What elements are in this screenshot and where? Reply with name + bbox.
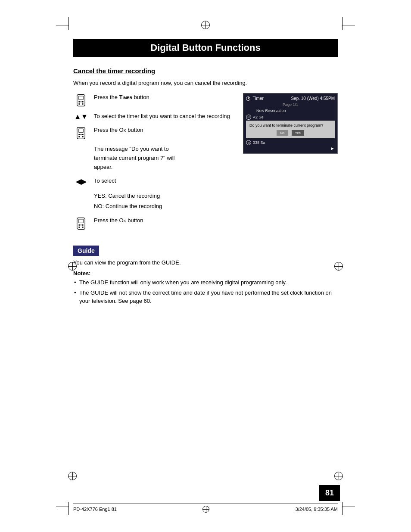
cancel-timer-heading: Cancel the timer recording — [73, 67, 338, 75]
svg-point-10 — [82, 134, 84, 135]
screen-mockup-container: Timer Sep. 10 (Wed) 4:55PM Page 1/1 New … — [243, 93, 338, 235]
guide-text: You can view the program from the GUIDE. — [73, 259, 338, 266]
screen-row-2-icon: ② — [246, 140, 251, 145]
svg-rect-8 — [78, 129, 84, 132]
svg-point-13 — [81, 134, 82, 135]
reg-mark-top — [201, 21, 210, 29]
svg-point-9 — [78, 134, 80, 135]
crop-mark-br-h — [342, 507, 355, 507]
svg-rect-15 — [78, 219, 84, 223]
screen-new-reservation: New Reservation — [246, 109, 335, 113]
svg-rect-7 — [77, 128, 85, 139]
screen-arrow: ► — [246, 146, 335, 151]
svg-point-3 — [82, 101, 84, 103]
yes-no-options: YES: Cancel the recording NO: Continue t… — [73, 191, 233, 211]
step-1-text: Press the Timer button — [94, 93, 233, 102]
svg-rect-14 — [77, 218, 85, 230]
screen-yes-button[interactable]: Yes — [292, 130, 304, 136]
note-1: The GUIDE function will only work when y… — [73, 278, 338, 287]
remote-icon-1 — [73, 93, 89, 107]
steps-list: Press the Timer button ▲▼ To select the … — [73, 93, 233, 235]
footer: PD-42X776 Eng1 81 3/24/05, 9:35:35 AM — [73, 504, 338, 513]
updown-arrow-icon: ▲▼ — [73, 112, 89, 121]
step-3: Press the Ok button — [73, 126, 233, 140]
footer-left: PD-42X776 Eng1 81 — [73, 507, 117, 512]
svg-point-20 — [81, 224, 82, 226]
crop-mark-tl-h — [56, 25, 69, 25]
yes-option: YES: Cancel the recording — [94, 191, 233, 201]
screen-row-1-icon: ⊙ — [246, 115, 251, 120]
screen-dialog: Do you want to terminate current program… — [246, 121, 335, 138]
no-label: NO: — [94, 203, 104, 209]
svg-point-4 — [78, 103, 80, 105]
step-indent-message: The message "Do you want toterminate cur… — [73, 145, 233, 171]
svg-point-11 — [78, 136, 80, 137]
yes-label: YES: — [94, 193, 107, 199]
step-4: ◀▶ To select — [73, 177, 233, 186]
remote-icon-2 — [73, 126, 89, 140]
screen-row-1-data: A2 Se — [253, 115, 264, 119]
crop-mark-tr-v — [342, 17, 343, 30]
guide-section: Guide You can view the program from the … — [73, 246, 338, 305]
screen-timer-label: Timer — [246, 96, 264, 101]
step-5: Press the Ok button — [73, 216, 233, 230]
yes-text: Cancel the recording — [108, 193, 160, 199]
svg-rect-0 — [77, 95, 85, 106]
screen-dialog-buttons: No Yes — [249, 130, 331, 136]
crop-mark-br-v — [342, 502, 343, 515]
svg-point-12 — [82, 136, 84, 137]
page-title: Digital Button Functions — [73, 39, 338, 57]
screen-row-2-data: 338 Sa — [253, 140, 265, 145]
screen-page: Page 1/1 — [246, 103, 335, 107]
guide-heading: Guide — [73, 246, 99, 256]
screen-timer-icon — [246, 96, 250, 101]
footer-crosshair — [202, 506, 209, 513]
crop-mark-bl-h — [56, 507, 69, 507]
page-number: 81 — [319, 485, 340, 501]
no-option: NO: Continue the recording — [94, 201, 233, 211]
screen-date: Sep. 10 (Wed) 4:55PM — [291, 96, 335, 101]
notes-heading: Notes: — [73, 270, 338, 277]
step-2: ▲▼ To select the timer list you want to … — [73, 112, 233, 121]
step-1: Press the Timer button — [73, 93, 233, 107]
step-4-text: To select — [94, 177, 233, 185]
steps-layout: Press the Timer button ▲▼ To select the … — [73, 93, 338, 235]
notes-list: The GUIDE function will only work when y… — [73, 278, 338, 305]
screen-no-button[interactable]: No — [277, 130, 288, 136]
svg-point-5 — [82, 103, 84, 105]
main-content: Digital Button Functions Cancel the time… — [73, 39, 338, 312]
page: Digital Button Functions Cancel the time… — [0, 0, 411, 532]
reg-mark-bottom-left — [68, 472, 77, 480]
svg-point-18 — [78, 227, 80, 228]
svg-point-19 — [82, 227, 84, 228]
screen-row-2: ② 338 Sa — [246, 140, 335, 145]
svg-point-2 — [78, 101, 80, 103]
no-text: Continue the recording — [106, 203, 162, 209]
svg-point-6 — [81, 101, 82, 103]
crop-mark-tr-h — [342, 25, 355, 25]
reg-mark-bottom-right — [334, 472, 343, 480]
step-2-text: To select the timer list you want to can… — [94, 112, 233, 121]
note-2: The GUIDE will not show the correct time… — [73, 289, 338, 305]
crop-mark-tl-v — [68, 17, 68, 30]
screen-header: Timer Sep. 10 (Wed) 4:55PM — [246, 96, 335, 101]
footer-right: 3/24/05, 9:35:35 AM — [296, 507, 338, 512]
svg-rect-1 — [78, 96, 84, 100]
screen-mockup: Timer Sep. 10 (Wed) 4:55PM Page 1/1 New … — [243, 93, 338, 154]
screen-dialog-text: Do you want to terminate current program… — [249, 123, 331, 128]
leftright-arrow-icon: ◀▶ — [73, 177, 89, 186]
step-3-text: Press the Ok button — [94, 126, 233, 134]
svg-point-17 — [82, 224, 84, 226]
svg-point-16 — [78, 224, 80, 226]
screen-row-1: ⊙ A2 Se — [246, 115, 335, 120]
cancel-timer-intro: When you record a digital program now, y… — [73, 80, 338, 86]
step-5-text: Press the Ok button — [94, 216, 233, 225]
crop-mark-bl-v — [68, 502, 68, 515]
remote-icon-3 — [73, 216, 89, 230]
